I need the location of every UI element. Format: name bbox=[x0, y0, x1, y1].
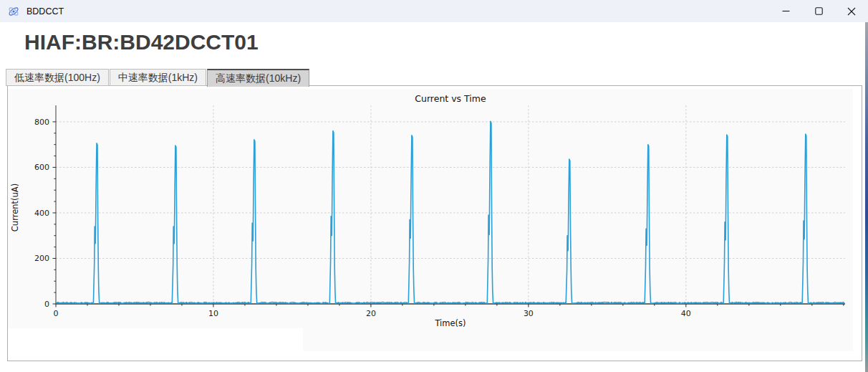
ticks bbox=[53, 122, 844, 307]
desktop-edge-strip bbox=[865, 22, 868, 372]
tab-high-speed-10khz[interactable]: 高速率数据(10kHz) bbox=[207, 69, 309, 87]
y-axis-label: Current(uA) bbox=[10, 183, 20, 232]
minimize-button[interactable] bbox=[769, 0, 802, 22]
window-controls bbox=[769, 0, 868, 22]
chart-title: Current vs Time bbox=[415, 93, 486, 104]
x-tick-label: 10 bbox=[208, 309, 218, 318]
title-bar: BDDCCT bbox=[0, 0, 868, 22]
y-tick-label: 600 bbox=[34, 163, 49, 172]
x-tick-label: 40 bbox=[681, 309, 691, 318]
x-axis-label: Time(s) bbox=[434, 318, 466, 328]
x-tick-label: 30 bbox=[524, 309, 534, 318]
blank-panel bbox=[8, 328, 303, 361]
minimize-icon bbox=[782, 7, 790, 15]
tab-low-speed-100hz[interactable]: 低速率数据(100Hz) bbox=[6, 69, 109, 86]
current-vs-time-chart: 0102030400200400600800Current vs TimeTim… bbox=[8, 89, 853, 351]
figure-canvas: 0102030400200400600800Current vs TimeTim… bbox=[8, 89, 853, 351]
page-title: HIAF:BR:BD42DCCT01 bbox=[24, 30, 259, 54]
window-title: BDDCCT bbox=[26, 6, 64, 16]
series-line bbox=[56, 121, 844, 303]
maximize-button[interactable] bbox=[802, 0, 835, 22]
tab-pane: 0102030400200400600800Current vs TimeTim… bbox=[7, 85, 862, 361]
x-tick-label: 0 bbox=[54, 309, 59, 318]
tab-bar: 低速率数据(100Hz) 中速率数据(1kHz) 高速率数据(10kHz) bbox=[6, 67, 310, 86]
x-tick-label: 20 bbox=[366, 309, 376, 318]
close-button[interactable] bbox=[835, 0, 868, 22]
y-tick-label: 0 bbox=[44, 300, 49, 309]
y-tick-label: 800 bbox=[34, 118, 49, 127]
y-tick-label: 400 bbox=[34, 209, 49, 218]
maximize-icon bbox=[815, 7, 823, 15]
tab-mid-speed-1khz[interactable]: 中速率数据(1kHz) bbox=[110, 69, 206, 86]
close-icon bbox=[847, 7, 856, 16]
y-tick-label: 200 bbox=[34, 254, 49, 263]
atom-icon bbox=[7, 5, 20, 18]
